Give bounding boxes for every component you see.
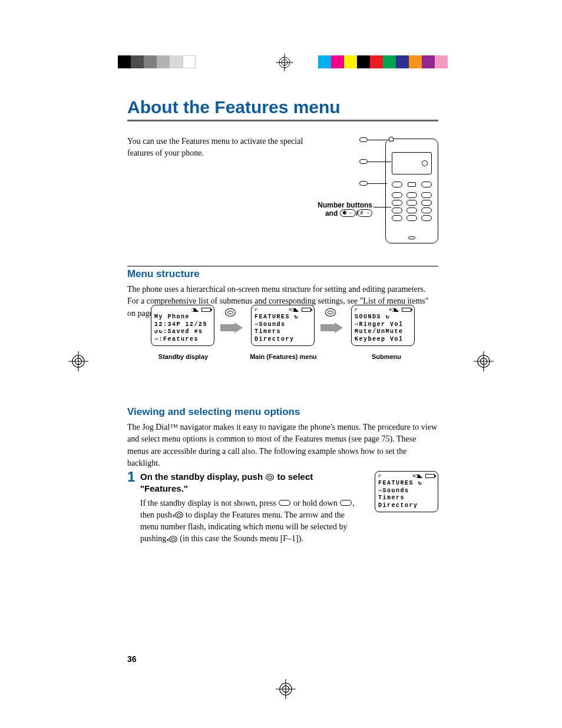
svg-marker-17 bbox=[320, 322, 343, 333]
svg-marker-16 bbox=[220, 322, 243, 333]
lcd-standby: ▯▮◣ My Phone 12:34P 12/25 ↺↻:Saved #s ⇨:… bbox=[151, 305, 214, 346]
registration-mark-icon bbox=[68, 351, 88, 371]
color-swatches bbox=[318, 55, 448, 68]
lcd-step1: F☀▯▮◣ FEATURES ↻ ⇨Sounds Timers Director… bbox=[375, 471, 438, 512]
jog-dial-icon bbox=[175, 512, 183, 518]
registration-mark-icon bbox=[474, 351, 494, 371]
registration-mark-icon bbox=[276, 679, 296, 699]
jog-dial-icon bbox=[266, 474, 274, 480]
title-rule bbox=[127, 120, 438, 121]
page-number: 36 bbox=[127, 654, 137, 664]
star-key-icon: ✱ ← bbox=[340, 209, 356, 217]
heading-viewing: Viewing and selecting menu options bbox=[127, 406, 438, 418]
arrow-right-icon bbox=[320, 322, 343, 333]
jog-dial-icon bbox=[225, 308, 236, 317]
printer-registration-strip bbox=[0, 55, 562, 68]
step-1: 1 On the standby display, push to select… bbox=[127, 471, 438, 545]
phone-figure: Number buttons and ✱ ←/# → bbox=[315, 139, 438, 248]
callout-number-buttons: Number buttons and ✱ ←/# → bbox=[304, 201, 372, 218]
section-rule bbox=[127, 266, 438, 266]
button-icon bbox=[340, 500, 352, 506]
lcd-submenu: F☀▯▮◣ SOUNDS ↻ ⇨Ringer Vol Mute/UnMute K… bbox=[351, 305, 415, 346]
heading-menu-structure: Menu structure bbox=[127, 268, 438, 280]
intro-text: You can use the Features menu to activat… bbox=[127, 136, 304, 160]
menu-hierarchy-diagram: ▯▮◣ My Phone 12:34P 12/25 ↺↻:Saved #s ⇨:… bbox=[151, 305, 445, 364]
caption-standby: Standby display bbox=[142, 353, 224, 360]
step-number: 1 bbox=[127, 469, 135, 485]
arrow-right-icon bbox=[220, 322, 243, 333]
hash-key-icon: # → bbox=[358, 209, 372, 217]
body-viewing: The Jog Dial™ navigator makes it easy to… bbox=[127, 421, 438, 469]
step-heading: On the standby display, push to select "… bbox=[140, 471, 352, 495]
caption-main: Main (Features) menu bbox=[242, 353, 325, 360]
registration-mark-icon bbox=[276, 54, 293, 71]
lcd-main-menu: F☀▯▮◣ FEATURES ↻ ⇨Sounds Timers Director… bbox=[251, 305, 315, 346]
button-icon bbox=[279, 500, 290, 506]
caption-submenu: Submenu bbox=[345, 353, 428, 360]
jog-dial-icon bbox=[325, 308, 336, 317]
page-title: About the Features menu bbox=[127, 97, 438, 117]
phone-outline-icon bbox=[385, 139, 438, 243]
step-body: If the standby display is not shown, pre… bbox=[140, 498, 364, 545]
jog-dial-icon bbox=[169, 536, 177, 542]
grayscale-swatches bbox=[118, 55, 196, 68]
